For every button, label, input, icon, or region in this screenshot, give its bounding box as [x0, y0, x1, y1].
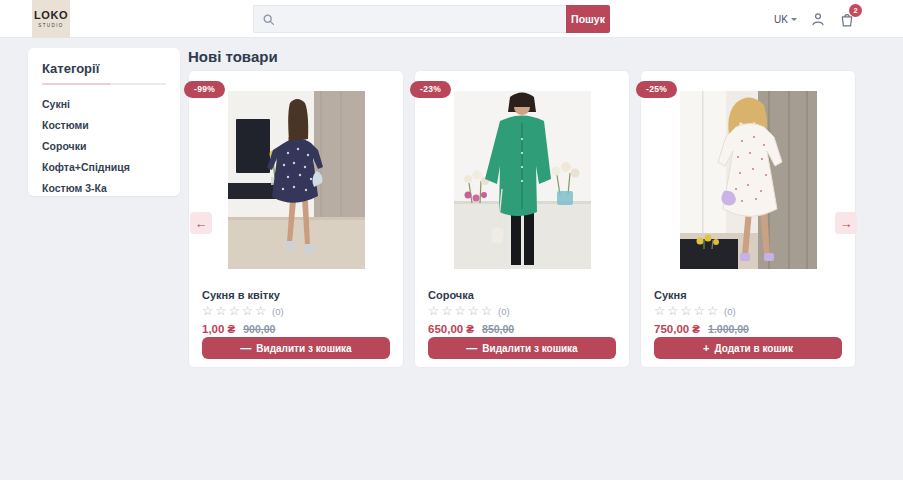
- product-photo[interactable]: [454, 91, 591, 269]
- language-label: UK: [774, 14, 788, 25]
- brand-tagline: STUDIO: [38, 23, 63, 28]
- product-photo-art: [680, 91, 817, 269]
- arrow-right-icon: →: [840, 217, 853, 230]
- sidebar-divider: [42, 83, 166, 85]
- cart-button-label: Видалити з кошика: [256, 343, 351, 354]
- search-button[interactable]: Пошук: [566, 5, 610, 33]
- brand-name: LOKO: [34, 10, 68, 21]
- header-actions: UK 2: [774, 0, 855, 38]
- product-photo[interactable]: [228, 91, 365, 269]
- product-photo-art: [454, 91, 591, 269]
- star-icon: ☆: [215, 305, 226, 318]
- search-icon: [262, 13, 275, 26]
- account-button[interactable]: [810, 11, 826, 27]
- products-carousel: -99%: [188, 70, 856, 368]
- search-box: [253, 5, 566, 33]
- carousel-prev-button[interactable]: ←: [190, 212, 212, 234]
- categories-sidebar: Категорії Сукні Костюми Сорочки Кофта+Сп…: [28, 48, 180, 196]
- current-price: 1,00 ₴: [202, 323, 235, 335]
- product-photo-art: [228, 91, 365, 269]
- discount-badge: -23%: [410, 81, 451, 98]
- remove-from-cart-button[interactable]: — Видалити з кошика: [202, 337, 390, 359]
- chevron-down-icon: [791, 18, 797, 24]
- search-form: Пошук: [253, 5, 610, 33]
- sidebar-item-dresses[interactable]: Сукні: [42, 93, 166, 114]
- page-title: Нові товари: [188, 48, 278, 65]
- product-card: -99%: [188, 70, 404, 368]
- cart-button-label: Додати в кошик: [715, 343, 793, 354]
- add-to-cart-button[interactable]: + Додати в кошик: [654, 337, 842, 359]
- minus-icon: —: [240, 343, 251, 354]
- sidebar-item-shirts[interactable]: Сорочки: [42, 135, 166, 156]
- discount-badge: -25%: [636, 81, 677, 98]
- star-icon: ☆: [228, 305, 239, 318]
- product-name[interactable]: Сукня в квітку: [202, 289, 390, 301]
- cart-button[interactable]: 2: [839, 11, 855, 28]
- cart-count-badge: 2: [849, 4, 862, 17]
- star-icon: ☆: [707, 305, 718, 318]
- star-icon: ☆: [242, 305, 253, 318]
- discount-badge: -99%: [184, 81, 225, 98]
- plus-icon: +: [703, 343, 709, 354]
- cart-button-label: Видалити з кошика: [482, 343, 577, 354]
- price-row: 750,00 ₴ 1.000,00: [654, 323, 842, 335]
- star-icon: ☆: [441, 305, 452, 318]
- old-price: 900,00: [243, 323, 275, 335]
- product-name[interactable]: Сукня: [654, 289, 842, 301]
- language-selector[interactable]: UK: [774, 14, 797, 25]
- current-price: 750,00 ₴: [654, 323, 700, 335]
- sidebar-item-suits[interactable]: Костюми: [42, 114, 166, 135]
- star-icon: ☆: [428, 305, 439, 318]
- current-price: 650,00 ₴: [428, 323, 474, 335]
- rating-count: (0): [498, 306, 510, 317]
- old-price: 1.000,00: [708, 323, 749, 335]
- minus-icon: —: [466, 343, 477, 354]
- star-icon: ☆: [454, 305, 465, 318]
- product-card: -25%: [640, 70, 856, 368]
- page: LOKO STUDIO Пошук UK: [0, 0, 903, 480]
- sidebar-item-top-skirt[interactable]: Кофта+Спідниця: [42, 157, 166, 178]
- star-icon: ☆: [481, 305, 492, 318]
- brand-logo[interactable]: LOKO STUDIO: [32, 0, 70, 38]
- star-icon: ☆: [694, 305, 705, 318]
- top-header: LOKO STUDIO Пошук UK: [0, 0, 903, 38]
- sidebar-title: Категорії: [42, 61, 166, 76]
- product-info: Сукня ☆☆☆☆☆ (0) 750,00 ₴ 1.000,00: [641, 289, 855, 335]
- product-photo[interactable]: [680, 91, 817, 269]
- product-info: Сукня в квітку ☆☆☆☆☆ (0) 1,00 ₴ 900,00: [189, 289, 403, 335]
- product-card: -23%: [414, 70, 630, 368]
- old-price: 850,00: [482, 323, 514, 335]
- star-icon: ☆: [667, 305, 678, 318]
- arrow-left-icon: ←: [195, 217, 208, 230]
- carousel-next-button[interactable]: →: [835, 212, 857, 234]
- product-rating: ☆☆☆☆☆ (0): [428, 305, 616, 318]
- product-rating: ☆☆☆☆☆ (0): [202, 305, 390, 318]
- star-icon: ☆: [468, 305, 479, 318]
- product-info: Сорочка ☆☆☆☆☆ (0) 650,00 ₴ 850,00: [415, 289, 629, 335]
- sidebar-item-suit-3pc[interactable]: Костюм 3-Ка: [42, 178, 166, 199]
- rating-count: (0): [272, 306, 284, 317]
- search-input[interactable]: [281, 13, 558, 25]
- star-icon: ☆: [202, 305, 213, 318]
- user-icon: [810, 11, 826, 27]
- rating-count: (0): [724, 306, 736, 317]
- product-rating: ☆☆☆☆☆ (0): [654, 305, 842, 318]
- price-row: 650,00 ₴ 850,00: [428, 323, 616, 335]
- star-icon: ☆: [654, 305, 665, 318]
- star-icon: ☆: [255, 305, 266, 318]
- price-row: 1,00 ₴ 900,00: [202, 323, 390, 335]
- remove-from-cart-button[interactable]: — Видалити з кошика: [428, 337, 616, 359]
- star-icon: ☆: [680, 305, 691, 318]
- product-name[interactable]: Сорочка: [428, 289, 616, 301]
